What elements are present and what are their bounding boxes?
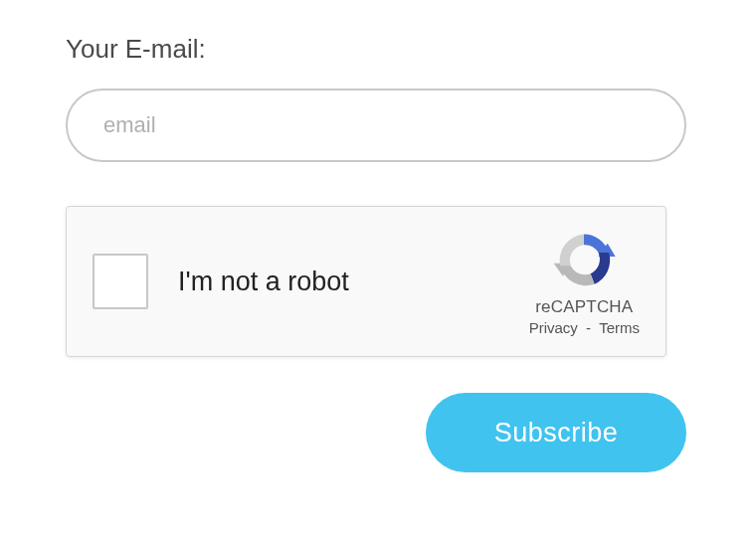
recaptcha-checkbox-label: I'm not a robot [178,267,349,297]
email-label: Your E-mail: [66,34,686,65]
recaptcha-brand-text: reCAPTCHA [535,297,633,317]
recaptcha-widget: I'm not a robot reCAPTCHA Privacy - Term… [66,206,666,357]
recaptcha-branding: reCAPTCHA Privacy - Terms [529,228,640,336]
recaptcha-links-separator: - [582,319,595,336]
recaptcha-privacy-link[interactable]: Privacy [529,319,578,336]
recaptcha-checkbox[interactable] [93,254,148,309]
recaptcha-links: Privacy - Terms [529,319,640,336]
email-input[interactable] [66,89,686,162]
recaptcha-logo-icon [551,228,617,293]
subscribe-button[interactable]: Subscribe [426,393,686,472]
recaptcha-terms-link[interactable]: Terms [599,319,640,336]
